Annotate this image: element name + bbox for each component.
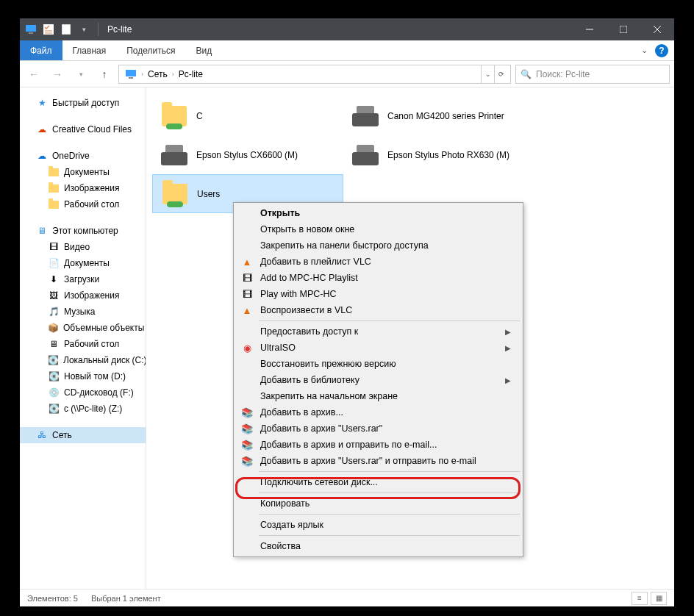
video-icon: 🎞 bbox=[48, 241, 60, 253]
vlc-icon: ▲ bbox=[240, 304, 254, 317]
sidebar-pc-video[interactable]: 🎞Видео bbox=[20, 239, 146, 255]
winrar-icon: 📚 bbox=[240, 438, 254, 451]
folder-icon bbox=[48, 198, 60, 210]
up-button[interactable]: ↑ bbox=[95, 65, 114, 84]
sidebar-od-images[interactable]: Изображения bbox=[20, 180, 146, 196]
cm-open[interactable]: Открыть bbox=[235, 205, 521, 221]
window-title: Pc-lite bbox=[101, 24, 573, 35]
tab-file[interactable]: Файл bbox=[20, 40, 62, 60]
search-input[interactable]: 🔍 Поиск: Pc-lite bbox=[515, 65, 670, 84]
submenu-arrow-icon: ▶ bbox=[505, 344, 511, 352]
sidebar-pc-drive-d[interactable]: 💽Новый том (D:) bbox=[20, 368, 146, 384]
svg-rect-11 bbox=[129, 77, 133, 79]
sidebar-pc-cd[interactable]: 💿CD-дисковод (F:) bbox=[20, 384, 146, 401]
status-bar: Элементов: 5 Выбран 1 элемент ≡ ▦ bbox=[20, 589, 674, 606]
cm-vlc-playlist[interactable]: ▲Добавить в плейлист VLC bbox=[235, 254, 521, 270]
recent-dropdown[interactable]: ▾ bbox=[71, 65, 90, 84]
pc-icon: 🖥 bbox=[36, 225, 48, 237]
status-count: Элементов: 5 bbox=[27, 594, 78, 603]
network-icon bbox=[125, 69, 137, 79]
cm-pin-start[interactable]: Закрепить на начальном экране bbox=[235, 388, 521, 404]
sidebar-this-pc[interactable]: 🖥Этот компьютер bbox=[20, 223, 146, 239]
sidebar-pc-downloads[interactable]: ⬇Загрузки bbox=[20, 271, 146, 287]
cm-rar-add[interactable]: 📚Добавить в архив... bbox=[235, 404, 521, 420]
images-icon: 🖼 bbox=[48, 290, 60, 301]
tab-share[interactable]: Поделиться bbox=[116, 40, 185, 60]
sidebar-pc-netdrive-z[interactable]: 💽c (\\Pc-lite) (Z:) bbox=[20, 401, 146, 417]
cm-mpc-add[interactable]: 🎞Add to MPC-HC Playlist bbox=[235, 270, 521, 286]
close-button[interactable] bbox=[640, 18, 674, 40]
item-printer-epson-rx[interactable]: Epson Stylus Photo RX630 (M) bbox=[343, 135, 534, 174]
sidebar-creative-cloud[interactable]: ☁Creative Cloud Files bbox=[20, 121, 146, 137]
network-icon: 🖧 bbox=[36, 429, 48, 441]
cm-pin-quick-access[interactable]: Закрепить на панели быстрого доступа bbox=[235, 237, 521, 254]
help-icon[interactable]: ? bbox=[655, 44, 668, 57]
cm-map-network-drive[interactable]: Подключить сетевой диск... bbox=[235, 474, 521, 490]
vlc-icon: ▲ bbox=[240, 255, 254, 268]
mpc-icon: 🎞 bbox=[240, 287, 254, 301]
cm-rar-add-users[interactable]: 📚Добавить в архив "Users.rar" bbox=[235, 420, 521, 437]
sidebar-pc-3d[interactable]: 📦Объемные объекты bbox=[20, 320, 146, 336]
tab-home[interactable]: Главная bbox=[62, 40, 117, 60]
minimize-button[interactable] bbox=[573, 18, 607, 40]
share-folder-icon bbox=[158, 100, 190, 132]
winrar-icon: 📚 bbox=[240, 422, 254, 435]
sidebar-pc-desktop[interactable]: 🖥Рабочий стол bbox=[20, 336, 146, 352]
qat-dropdown-icon[interactable]: ▾ bbox=[77, 23, 90, 36]
cm-open-new-window[interactable]: Открыть в новом окне bbox=[235, 221, 521, 237]
breadcrumb-pclite[interactable]: Pc-lite bbox=[176, 69, 206, 79]
cm-mpc-play[interactable]: 🎞Play with MPC-HC bbox=[235, 286, 521, 302]
maximize-button[interactable] bbox=[607, 18, 640, 40]
netdrive-icon: 💽 bbox=[48, 403, 60, 415]
cm-properties[interactable]: Свойства bbox=[235, 538, 521, 554]
cm-grant-access[interactable]: Предоставить доступ к▶ bbox=[235, 323, 521, 340]
view-tiles-button[interactable]: ▦ bbox=[651, 592, 667, 605]
sidebar-onedrive[interactable]: ☁OneDrive bbox=[20, 148, 146, 164]
winrar-icon: 📚 bbox=[240, 454, 254, 468]
drive-icon: 💽 bbox=[48, 354, 59, 366]
sidebar-pc-images[interactable]: 🖼Изображения bbox=[20, 287, 146, 304]
forward-button: → bbox=[48, 65, 67, 84]
ultraiso-icon: ◉ bbox=[240, 341, 254, 354]
sidebar-quick-access[interactable]: ★Быстрый доступ bbox=[20, 95, 146, 111]
view-details-button[interactable]: ≡ bbox=[632, 592, 648, 605]
sidebar-pc-drive-c[interactable]: 💽Локальный диск (C:) bbox=[20, 352, 146, 368]
sidebar-pc-docs[interactable]: 📄Документы bbox=[20, 255, 146, 271]
sidebar-pc-music[interactable]: 🎵Музыка bbox=[20, 304, 146, 320]
document-icon[interactable] bbox=[60, 23, 73, 36]
cm-ultraiso[interactable]: ◉UltraISO▶ bbox=[235, 340, 521, 356]
address-dropdown-icon[interactable]: ⌄ bbox=[481, 65, 494, 83]
quick-access-toolbar: ▾ bbox=[20, 23, 95, 36]
address-bar[interactable]: › Сеть › Pc-lite ⌄ ⟳ bbox=[118, 65, 511, 84]
svg-rect-1 bbox=[29, 32, 33, 34]
download-icon: ⬇ bbox=[48, 273, 60, 285]
breadcrumb-sep: › bbox=[171, 71, 176, 78]
cm-restore-version[interactable]: Восстановить прежнюю версию bbox=[235, 356, 521, 372]
printer-icon bbox=[349, 139, 382, 171]
star-icon: ★ bbox=[36, 97, 48, 109]
sidebar-od-desktop[interactable]: Рабочий стол bbox=[20, 196, 146, 212]
tab-view[interactable]: Вид bbox=[185, 40, 222, 60]
ribbon-expand-icon[interactable]: ⌄ bbox=[641, 46, 648, 55]
back-button[interactable]: ← bbox=[24, 65, 43, 84]
checklist-icon[interactable] bbox=[42, 23, 55, 36]
item-share-c[interactable]: C bbox=[152, 96, 343, 135]
breadcrumb-root[interactable]: › Сеть bbox=[122, 69, 171, 79]
item-printer-epson-cx[interactable]: Epson Stylus CX6600 (M) bbox=[152, 135, 343, 174]
cm-rar-users-email[interactable]: 📚Добавить в архив "Users.rar" и отправит… bbox=[235, 453, 521, 469]
context-menu: Открыть Открыть в новом окне Закрепить н… bbox=[233, 202, 523, 557]
cm-create-shortcut[interactable]: Создать ярлык bbox=[235, 517, 521, 533]
refresh-button[interactable]: ⟳ bbox=[494, 65, 507, 83]
cm-rar-email[interactable]: 📚Добавить в архив и отправить по e-mail.… bbox=[235, 437, 521, 453]
sidebar-od-docs[interactable]: Документы bbox=[20, 164, 146, 180]
cm-add-library[interactable]: Добавить в библиотеку▶ bbox=[235, 372, 521, 388]
cm-vlc-play[interactable]: ▲Воспроизвести в VLC bbox=[235, 302, 521, 318]
cube-icon: 📦 bbox=[48, 322, 59, 334]
cm-copy[interactable]: Копировать bbox=[235, 495, 521, 512]
sidebar-network[interactable]: 🖧Сеть bbox=[20, 427, 146, 443]
item-printer-canon[interactable]: Canon MG4200 series Printer bbox=[343, 96, 534, 135]
cc-icon: ☁ bbox=[36, 123, 48, 135]
address-row: ← → ▾ ↑ › Сеть › Pc-lite ⌄ ⟳ 🔍 Поиск: Pc… bbox=[20, 61, 674, 87]
share-folder-icon bbox=[159, 178, 191, 210]
monitor-icon bbox=[24, 23, 37, 36]
